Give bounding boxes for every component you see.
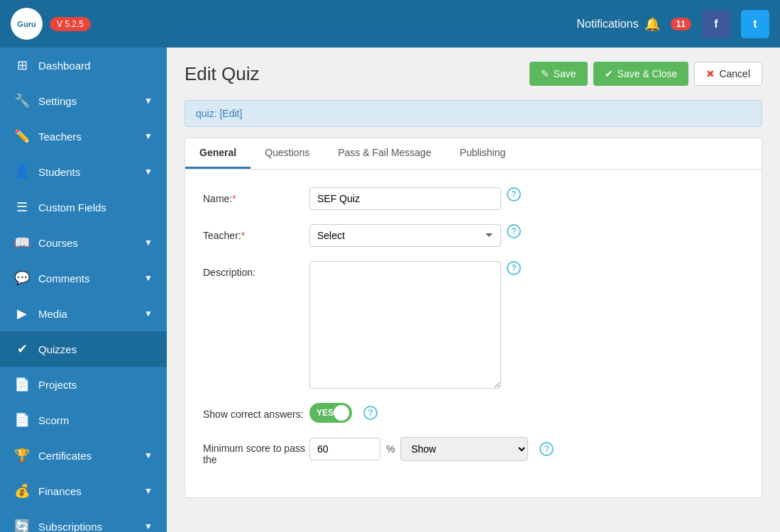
sidebar-item-certificates[interactable]: 🏆 Certificates ▼ [0, 438, 167, 473]
twitter-button[interactable]: t [741, 10, 769, 38]
show-correct-toggle[interactable]: YES [309, 403, 352, 423]
main-content: Edit Quiz ✎ Save ✔ Save & Close ✖ Cancel… [167, 48, 780, 532]
teacher-field-group: Teacher:* Select ? [203, 224, 744, 247]
certificates-icon: 🏆 [14, 448, 30, 463]
sidebar-item-courses[interactable]: 📖 Courses ▼ [0, 225, 167, 260]
sidebar-item-teachers[interactable]: ✏️ Teachers ▼ [0, 118, 167, 154]
header-right: Notifications 🔔 11 f t [576, 10, 769, 38]
sidebar-item-label: Subscriptions [38, 521, 102, 533]
min-score-help-icon[interactable]: ? [539, 442, 554, 456]
sidebar-item-projects[interactable]: 📄 Projects [0, 367, 167, 402]
chevron-down-icon: ▼ [144, 238, 153, 248]
sidebar-item-label: Teachers [38, 131, 82, 143]
page-header: Edit Quiz ✎ Save ✔ Save & Close ✖ Cancel [185, 62, 762, 86]
tab-pass-fail[interactable]: Pass & Fail Message [324, 138, 446, 169]
app-header: Guru V 5.2.5 Notifications 🔔 11 f t [0, 0, 780, 48]
courses-icon: 📖 [14, 235, 30, 250]
sidebar-item-label: Courses [38, 237, 78, 249]
sidebar-item-dashboard[interactable]: ⊞ Dashboard [0, 48, 167, 83]
min-score-group: Minimum score to pass the % Show ? [203, 437, 744, 465]
show-correct-label: Show correct answers: [203, 403, 309, 420]
toggle-label: YES [317, 408, 334, 418]
score-row: % Show ? [309, 437, 554, 461]
name-label: Name:* [203, 187, 309, 204]
sidebar-item-students[interactable]: 👤 Students ▼ [0, 154, 167, 189]
sidebar-item-finances[interactable]: 💰 Finances ▼ [0, 473, 167, 509]
settings-icon: 🔧 [14, 93, 30, 109]
sidebar-item-label: Projects [38, 379, 77, 391]
chevron-down-icon: ▼ [144, 96, 153, 106]
chevron-down-icon: ▼ [144, 486, 153, 496]
min-score-label: Minimum score to pass the [203, 437, 309, 465]
chevron-down-icon: ▼ [144, 309, 153, 318]
sidebar-item-settings[interactable]: 🔧 Settings ▼ [0, 83, 167, 118]
sidebar-item-quizzes[interactable]: ✔ Quizzes [0, 331, 167, 367]
comments-icon: 💬 [14, 270, 30, 286]
bell-icon: 🔔 [644, 16, 660, 32]
chevron-down-icon: ▼ [144, 167, 153, 177]
save-close-button[interactable]: ✔ Save & Close [593, 62, 689, 86]
quizzes-icon: ✔ [14, 341, 30, 357]
app-logo: Guru [11, 8, 43, 40]
cancel-button[interactable]: ✖ Cancel [694, 62, 762, 86]
name-field-group: Name:* ? [203, 187, 744, 210]
sidebar-item-custom-fields[interactable]: ☰ Custom Fields [0, 189, 167, 225]
sidebar-item-media[interactable]: ▶ Media ▼ [0, 296, 167, 331]
teacher-help-icon[interactable]: ? [507, 224, 521, 238]
logo-text: Guru [17, 20, 35, 28]
finances-icon: 💰 [14, 483, 30, 499]
description-label: Description: [203, 261, 309, 278]
toggle-wrap: YES ? [309, 403, 378, 423]
custom-fields-icon: ☰ [14, 199, 30, 215]
chevron-down-icon: ▼ [144, 521, 153, 531]
name-input[interactable] [309, 187, 501, 210]
show-correct-group: Show correct answers: YES ? [203, 403, 744, 423]
toggle-knob [334, 405, 349, 421]
media-icon: ▶ [14, 306, 30, 321]
chevron-down-icon: ▼ [144, 131, 153, 141]
name-required: * [232, 193, 236, 204]
sidebar-item-label: Dashboard [38, 60, 90, 72]
toolbar: ✎ Save ✔ Save & Close ✖ Cancel [529, 62, 762, 86]
sidebar-item-subscriptions[interactable]: 🔄 Subscriptions ▼ [0, 509, 167, 532]
save-button[interactable]: ✎ Save [529, 62, 588, 86]
cancel-icon: ✖ [706, 68, 715, 79]
subscriptions-icon: 🔄 [14, 519, 30, 532]
teacher-label: Teacher:* [203, 224, 309, 241]
teacher-required: * [241, 230, 245, 241]
breadcrumb: quiz: [Edit] [185, 100, 762, 127]
sidebar-item-label: Custom Fields [38, 201, 106, 214]
sidebar-item-label: Certificates [38, 450, 92, 462]
dashboard-icon: ⊞ [14, 57, 30, 73]
description-field-group: Description: ? [203, 261, 744, 389]
name-help-icon[interactable]: ? [507, 187, 521, 201]
projects-icon: 📄 [14, 377, 30, 392]
percent-symbol: % [386, 443, 395, 455]
tabs-header: General Questions Pass & Fail Message Pu… [185, 138, 762, 170]
tab-general[interactable]: General [185, 138, 251, 169]
version-badge: V 5.2.5 [50, 17, 91, 31]
sidebar-item-label: Scorm [38, 414, 69, 426]
tab-questions[interactable]: Questions [251, 138, 324, 169]
description-help-icon[interactable]: ? [507, 261, 521, 275]
sidebar: ⊞ Dashboard 🔧 Settings ▼ ✏️ Teachers ▼ 👤… [0, 48, 167, 532]
students-icon: 👤 [14, 164, 30, 179]
tab-publishing[interactable]: Publishing [446, 138, 520, 169]
show-correct-help-icon[interactable]: ? [363, 406, 378, 420]
description-textarea[interactable] [309, 261, 501, 389]
sidebar-item-comments[interactable]: 💬 Comments ▼ [0, 260, 167, 296]
notification-count: 11 [671, 18, 691, 31]
chevron-down-icon: ▼ [144, 273, 153, 283]
teacher-select[interactable]: Select [309, 224, 501, 247]
show-select[interactable]: Show [400, 437, 528, 461]
chevron-down-icon: ▼ [144, 450, 153, 460]
scorm-icon: 📄 [14, 412, 30, 428]
min-score-input[interactable] [309, 438, 380, 460]
sidebar-item-scorm[interactable]: 📄 Scorm [0, 402, 167, 438]
check-icon: ✔ [605, 68, 613, 79]
sidebar-item-label: Quizzes [38, 343, 77, 355]
notifications-button[interactable]: Notifications 🔔 [576, 16, 659, 32]
facebook-button[interactable]: f [702, 10, 730, 38]
page-title: Edit Quiz [185, 63, 260, 85]
notifications-label: Notifications [576, 18, 638, 31]
